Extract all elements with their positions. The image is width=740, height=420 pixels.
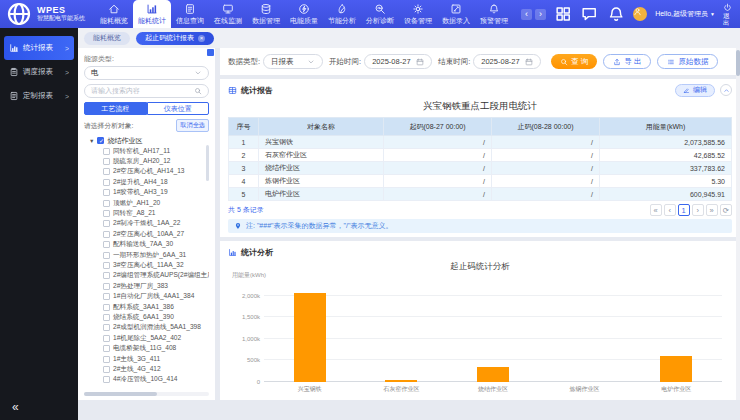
- tree-node[interactable]: 配料输送线_7AA_30: [103, 240, 209, 250]
- tree-node[interactable]: 3#空压离心机_11AA_32: [103, 260, 209, 270]
- checkbox-unchecked[interactable]: [103, 324, 110, 331]
- last-page-button[interactable]: »: [706, 204, 718, 216]
- checkbox-unchecked[interactable]: [103, 345, 110, 352]
- tree-node[interactable]: 1#自动化厂房线_4AA1_384: [103, 291, 209, 301]
- prev-page-button[interactable]: ‹: [664, 204, 676, 216]
- section-collapse-button[interactable]: [720, 84, 732, 96]
- nav-item-entry[interactable]: 数据录入: [437, 0, 475, 28]
- sidebar-item-clipboard[interactable]: 调度报表>: [4, 60, 74, 84]
- next-page-button[interactable]: ›: [692, 204, 704, 216]
- checkbox-unchecked[interactable]: [103, 356, 110, 363]
- checkbox-unchecked[interactable]: [103, 335, 110, 342]
- page-scrollbar[interactable]: [736, 48, 740, 400]
- edit-report-button[interactable]: 编辑: [675, 84, 715, 97]
- tree-node[interactable]: 配料系统_3AA1_386: [103, 302, 209, 312]
- checkbox-unchecked[interactable]: [103, 241, 110, 248]
- checkbox-unchecked[interactable]: [103, 366, 110, 373]
- nav-item-home[interactable]: 能耗概览: [95, 0, 133, 28]
- tree-horizontal-scrollbar[interactable]: [84, 392, 209, 396]
- close-icon[interactable]: ×: [198, 35, 205, 42]
- sidebar-item-doc[interactable]: 定制报表>: [4, 84, 74, 108]
- tree-node[interactable]: 2#提升机_AH4_18: [103, 177, 209, 187]
- user-greeting[interactable]: Hello,超级管理员 ▼: [655, 9, 715, 19]
- refresh-button[interactable]: ⟳: [720, 204, 732, 216]
- tab-meter-location[interactable]: 仪表位置: [147, 102, 210, 115]
- tab-report-active[interactable]: 起止码统计报表 ×: [136, 32, 214, 45]
- checkbox-unchecked[interactable]: [103, 168, 110, 175]
- nav-item-database[interactable]: 数据管理: [247, 0, 285, 28]
- tree-vertical-scrollbar[interactable]: [206, 145, 209, 181]
- checkbox-unchecked[interactable]: [103, 210, 110, 217]
- tree-search-input[interactable]: 请输入搜索内容: [84, 84, 209, 98]
- caret-down-icon[interactable]: ▼: [89, 138, 94, 144]
- nav-item-alert[interactable]: 预警管理: [475, 0, 513, 28]
- data-type-select[interactable]: 日报表: [263, 54, 323, 69]
- tree-node[interactable]: 1#主线_3G_411: [103, 354, 209, 364]
- checkbox-unchecked[interactable]: [103, 272, 110, 279]
- page-scrollbar-thumb[interactable]: [736, 50, 740, 76]
- end-date-input[interactable]: 2025-08-27: [473, 54, 541, 69]
- nav-item-device[interactable]: 设备管理: [399, 0, 437, 28]
- tree-node[interactable]: 2#制冷干燥机_1AA_22: [103, 219, 209, 229]
- cancel-select-all-button[interactable]: 取消全选: [176, 119, 209, 132]
- checkbox-unchecked[interactable]: [103, 179, 110, 186]
- checkbox-unchecked[interactable]: [103, 220, 110, 227]
- tree-node[interactable]: 4#冷压管线_10G_414: [103, 375, 209, 385]
- checkbox-unchecked[interactable]: [103, 304, 110, 311]
- tree-node[interactable]: 脱硫泵房_AH20_12: [103, 156, 209, 166]
- report-table: 序号对象名称起码(08-27 00:00)止码(08-28 00:00)用能量(…: [228, 117, 732, 201]
- notifications-bell-icon[interactable]: [607, 0, 625, 28]
- tree-node[interactable]: 烧结系统_6AA1_390: [103, 312, 209, 322]
- nav-item-stats[interactable]: 能耗统计: [133, 0, 171, 28]
- checkbox-unchecked[interactable]: [103, 262, 110, 269]
- energy-type-select[interactable]: 电: [84, 66, 209, 80]
- checkbox-unchecked[interactable]: [103, 189, 110, 196]
- tree-node[interactable]: 1#机尾除尘_5AA2_402: [103, 333, 209, 343]
- checkbox-unchecked[interactable]: [103, 200, 110, 207]
- checkbox-unchecked[interactable]: [103, 231, 110, 238]
- menu-scroll-left-icon[interactable]: ‹: [521, 9, 532, 20]
- tree-node[interactable]: 回转窑_A8_21: [103, 208, 209, 218]
- raw-data-button[interactable]: 原始数据: [657, 54, 718, 69]
- checkbox-unchecked[interactable]: [103, 376, 110, 383]
- tree-node[interactable]: 2#编组管理系统AUPS(2#编组主厂房: [103, 271, 209, 281]
- tree-node[interactable]: 电缆桥架线_11G_408: [103, 343, 209, 353]
- checkbox-unchecked[interactable]: [103, 283, 110, 290]
- tree-node[interactable]: 顶燃炉_AH1_20: [103, 198, 209, 208]
- checkbox-unchecked[interactable]: [103, 148, 110, 155]
- menu-scroll-right-icon[interactable]: ›: [535, 9, 546, 20]
- tab-process-flow[interactable]: 工艺流程: [84, 102, 147, 115]
- tree-node[interactable]: 2#成型机润滑油线_5AA1_398: [103, 323, 209, 333]
- nav-item-energy[interactable]: 节能分析: [323, 0, 361, 28]
- tree-panel-collapse-button[interactable]: [207, 49, 214, 56]
- nav-item-info[interactable]: 信息查询: [171, 0, 209, 28]
- current-page-button[interactable]: 1: [678, 204, 690, 216]
- checkbox-unchecked[interactable]: [103, 158, 110, 165]
- query-button[interactable]: 查 询: [551, 54, 597, 69]
- first-page-button[interactable]: «: [650, 204, 662, 216]
- tree-node[interactable]: 2#热处理厂房_383: [103, 281, 209, 291]
- tree-node[interactable]: 2#空压离心机_10AA_27: [103, 229, 209, 239]
- tree-node[interactable]: 回转窑机_AH17_11: [103, 146, 209, 156]
- tree-node[interactable]: 2#空压离心机_AH14_13: [103, 167, 209, 177]
- tree-node[interactable]: 一期环形加热炉_6AA_31: [103, 250, 209, 260]
- sidebar-collapse-button[interactable]: «: [12, 400, 19, 414]
- tab-overview[interactable]: 能耗概览: [84, 32, 130, 45]
- tree-node[interactable]: 2#主线_4G_412: [103, 364, 209, 374]
- checkbox-unchecked[interactable]: [103, 293, 110, 300]
- nav-item-monitor[interactable]: 在线监测: [209, 0, 247, 28]
- checkbox-unchecked[interactable]: [103, 252, 110, 259]
- messages-icon[interactable]: [580, 0, 598, 28]
- tree-node[interactable]: 1#胶带机_AH3_19: [103, 188, 209, 198]
- export-button[interactable]: 导 出: [603, 54, 651, 69]
- nav-item-diag[interactable]: 分析诊断: [361, 0, 399, 28]
- apps-grid-icon[interactable]: [554, 0, 572, 28]
- checkbox-unchecked[interactable]: [103, 314, 110, 321]
- logout-button[interactable]: 退出: [723, 3, 732, 26]
- start-date-input[interactable]: 2025-08-27: [364, 54, 432, 69]
- sidebar-item-chart[interactable]: 统计报表>: [4, 36, 74, 60]
- nav-item-quality[interactable]: 电能质量: [285, 0, 323, 28]
- tree-root-node[interactable]: ▼烧结作业区: [89, 135, 209, 146]
- user-avatar[interactable]: [633, 7, 647, 21]
- checkbox-checked[interactable]: [97, 137, 104, 144]
